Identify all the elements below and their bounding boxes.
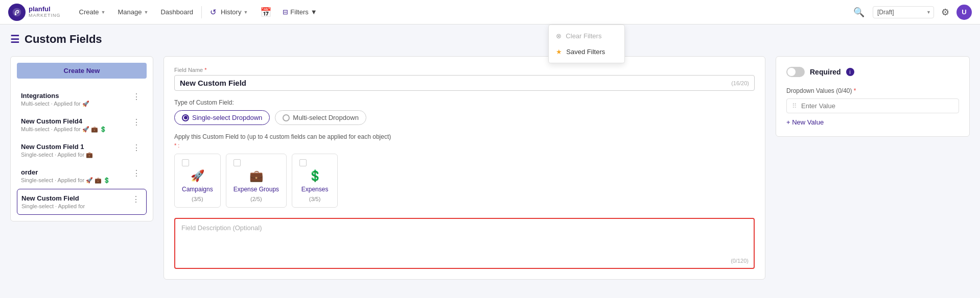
create-caret: ▼ <box>101 10 106 15</box>
drag-handle-icon: ⠿ <box>792 102 797 110</box>
create-new-button[interactable]: Create New <box>17 63 147 79</box>
radio-selected <box>182 114 189 121</box>
left-panel: Create New Integrations Multi-select · A… <box>10 56 153 221</box>
page-title: ☰ Custom Fields <box>10 33 970 46</box>
required-mark: * <box>204 67 206 73</box>
nav-history[interactable]: ↺ History ▼ <box>204 0 254 24</box>
field-item-menu-0[interactable]: ⋮ <box>130 92 143 102</box>
description-box: Field Description (Optional) (0/120) <box>174 218 755 269</box>
expenses-icon: 💲 <box>308 169 322 183</box>
type-multi-select[interactable]: Multi-select Dropdown <box>275 110 366 125</box>
type-multi-label: Multi-select Dropdown <box>293 114 359 121</box>
field-item-4[interactable]: New Custom Field Single-select · Applied… <box>17 189 147 215</box>
nav-divider-1 <box>201 6 202 18</box>
campaigns-checkbox[interactable] <box>182 159 189 166</box>
logo: planful MARKETING <box>8 4 61 21</box>
nav-create[interactable]: Create ▼ <box>73 0 112 24</box>
field-name-label: Field Name * <box>174 67 755 73</box>
brand-sub: MARKETING <box>29 13 61 18</box>
field-item-menu-1[interactable]: ⋮ <box>130 117 143 127</box>
brand-name: planful <box>29 6 61 13</box>
field-item-0[interactable]: Integrations Multi-select · Applied for … <box>17 87 147 112</box>
apply-expense-groups[interactable]: 💼 Expense Groups (2/5) <box>226 154 287 208</box>
filters-dropdown: ⊗ Clear Filters ★ Saved Filters <box>548 24 625 63</box>
dropdown-required-mark: * <box>854 87 856 94</box>
apply-options: 🚀 Campaigns (3/5) 💼 Expense Groups (2/5)… <box>174 154 755 208</box>
center-panel: Field Name * (16/20) Type of Custom Fiel… <box>164 56 765 280</box>
nav-calendar[interactable]: 📅 <box>254 0 277 24</box>
star-icon: ★ <box>556 48 562 56</box>
toggle-knob <box>787 68 796 76</box>
campaigns-count: (3/5) <box>192 196 203 202</box>
field-item-menu-4[interactable]: ⋮ <box>130 194 142 204</box>
top-nav: planful MARKETING Create ▼ Manage ▼ Dash… <box>0 0 980 24</box>
field-item-name-4: New Custom Field <box>21 194 85 202</box>
saved-filters-item[interactable]: ★ Saved Filters <box>549 44 624 60</box>
apply-required: * : <box>174 142 755 148</box>
field-item-3[interactable]: order Single-select · Applied for 🚀 💼 💲 … <box>17 163 147 189</box>
campaigns-icon: 🚀 <box>191 169 204 183</box>
expense-groups-count: (2/5) <box>250 196 262 202</box>
expenses-name: Expenses <box>301 186 329 193</box>
field-item-meta-2: Single-select · Applied for 💼 <box>21 152 93 158</box>
field-item-menu-3[interactable]: ⋮ <box>130 168 143 178</box>
field-list: Integrations Multi-select · Applied for … <box>17 87 147 215</box>
type-single-select[interactable]: Single-select Dropdown <box>174 110 270 125</box>
filters-icon: ⊟ <box>283 8 288 16</box>
field-item-name-3: order <box>21 168 110 176</box>
logo-icon <box>8 4 26 21</box>
new-value-button[interactable]: + New Value <box>786 118 959 126</box>
apply-campaigns[interactable]: 🚀 Campaigns (3/5) <box>174 154 221 208</box>
field-item-meta-1: Multi-select · Applied for 🚀 💼 💲 <box>21 126 107 133</box>
expenses-checkbox[interactable] <box>299 159 307 166</box>
avatar[interactable]: U <box>956 5 972 20</box>
field-name-input[interactable] <box>180 79 731 87</box>
search-button[interactable]: 🔍 <box>849 5 869 20</box>
expense-groups-icon: 💼 <box>249 169 263 183</box>
nav-manage[interactable]: Manage ▼ <box>111 0 154 24</box>
field-item-2[interactable]: New Custom Field 1 Single-select · Appli… <box>17 138 147 163</box>
char-count: (16/20) <box>731 80 749 86</box>
campaigns-name: Campaigns <box>182 186 213 193</box>
expense-groups-checkbox[interactable] <box>234 159 241 166</box>
history-icon: ↺ <box>210 8 217 17</box>
calendar-icon: 📅 <box>260 7 271 18</box>
field-item-info-1: New Custom Field4 Multi-select · Applied… <box>21 117 107 133</box>
field-item-name-1: New Custom Field4 <box>21 117 107 125</box>
desc-placeholder: Field Description (Optional) <box>181 224 262 232</box>
page-title-icon: ☰ <box>10 33 19 45</box>
filters-caret: ▼ <box>311 8 317 16</box>
required-toggle[interactable] <box>786 67 805 77</box>
expense-groups-name: Expense Groups <box>234 186 279 193</box>
svg-point-0 <box>13 8 21 16</box>
radio-unselected <box>283 114 290 121</box>
field-item-info-2: New Custom Field 1 Single-select · Appli… <box>21 143 93 158</box>
field-item-meta-3: Single-select · Applied for 🚀 💼 💲 <box>21 177 110 184</box>
info-icon[interactable]: i <box>846 68 854 76</box>
field-item-menu-2[interactable]: ⋮ <box>130 143 143 153</box>
apply-expenses[interactable]: 💲 Expenses (3/5) <box>292 154 338 208</box>
nav-right: 🔍 [Draft] ▼ ⚙ U <box>849 5 972 20</box>
field-item-meta-4: Single-select · Applied for <box>21 203 85 209</box>
nav-dashboard[interactable]: Dashboard <box>154 0 199 24</box>
field-item-info-3: order Single-select · Applied for 🚀 💼 💲 <box>21 168 110 184</box>
field-item-1[interactable]: New Custom Field4 Multi-select · Applied… <box>17 112 147 138</box>
type-options: Single-select Dropdown Multi-select Drop… <box>174 110 755 125</box>
nav-filters[interactable]: ⊟ Filters ▼ <box>277 0 322 24</box>
history-caret: ▼ <box>243 10 248 15</box>
logo-text: planful MARKETING <box>29 6 61 18</box>
required-label: Required <box>810 68 841 76</box>
settings-button[interactable]: ⚙ <box>938 5 952 20</box>
clear-filters-icon: ⊗ <box>556 32 562 40</box>
type-single-label: Single-select Dropdown <box>192 114 262 121</box>
required-row: Required i <box>786 67 959 77</box>
draft-wrapper: [Draft] ▼ <box>873 6 934 18</box>
field-name-row: (16/20) <box>174 75 755 91</box>
dropdown-values-label: Dropdown Values (0/40) * <box>786 87 959 94</box>
clear-filters-item[interactable]: ⊗ Clear Filters <box>549 28 624 44</box>
field-item-name-2: New Custom Field 1 <box>21 143 93 151</box>
dropdown-value-input[interactable] <box>801 102 953 110</box>
dropdown-input-row: ⠿ <box>786 98 959 113</box>
draft-select[interactable]: [Draft] <box>873 6 934 18</box>
field-item-name-0: Integrations <box>21 92 89 100</box>
